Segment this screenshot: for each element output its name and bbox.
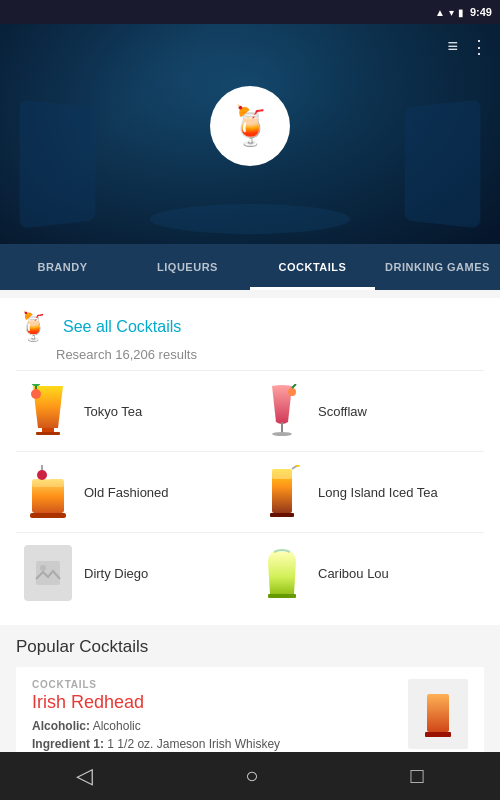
svg-rect-17 (272, 469, 292, 479)
tokyo-tea-name: Tokyo Tea (84, 404, 142, 419)
more-options-button[interactable]: ⋮ (466, 32, 492, 62)
category-cocktails[interactable]: COCKTAILS (250, 244, 375, 290)
svg-rect-24 (427, 694, 449, 732)
scofflaw-name: Scofflaw (318, 404, 367, 419)
caribou-lou-name: Caribou Lou (318, 566, 389, 581)
results-count: Research 16,206 results (56, 347, 484, 362)
popular-title: Popular Cocktails (16, 637, 484, 657)
cocktail-item-old-fashioned[interactable]: Old Fashioned (16, 451, 250, 532)
status-icons: ▲ ▾ ▮ (435, 7, 464, 18)
cocktail-item-caribou-lou[interactable]: Caribou Lou (250, 532, 484, 613)
card-text: COCKTAILS Irish Redhead Alcoholic: Alcoh… (32, 679, 396, 752)
svg-point-7 (272, 432, 292, 436)
cocktail-item-tokyo-tea[interactable]: Tokyo Tea (16, 370, 250, 451)
tokyo-tea-thumb (24, 383, 72, 439)
cocktail-hero-icon: 🍹 (227, 104, 274, 148)
signal-icon: ▲ (435, 7, 445, 18)
dirty-diego-name: Dirty Diego (84, 566, 148, 581)
card-alcoholic: Alcoholic: Alcoholic (32, 717, 396, 735)
old-fashioned-name: Old Fashioned (84, 485, 169, 500)
svg-line-9 (292, 384, 296, 388)
svg-rect-18 (270, 513, 294, 517)
svg-rect-25 (425, 732, 451, 737)
hero-section: ≡ ⋮ 🍹 (0, 24, 500, 244)
battery-icon: ▮ (458, 7, 464, 18)
cocktail-item-long-island[interactable]: Long Island Iced Tea (250, 451, 484, 532)
svg-point-22 (40, 565, 46, 571)
scofflaw-thumb (258, 383, 306, 439)
card-image (408, 679, 468, 749)
cocktail-item-scofflaw[interactable]: Scofflaw (250, 370, 484, 451)
home-button[interactable]: ○ (245, 763, 258, 789)
wifi-icon: ▾ (449, 7, 454, 18)
card-ingredient: Ingredient 1: 1 1/2 oz. Jameson Irish Wh… (32, 735, 396, 752)
old-fashioned-thumb (24, 464, 72, 520)
svg-rect-11 (32, 479, 64, 487)
category-liqueurs[interactable]: LIQUEURS (125, 244, 250, 290)
recents-button[interactable]: □ (411, 763, 424, 789)
hero-actions: ≡ ⋮ (443, 32, 492, 62)
bottom-nav: ◁ ○ □ (0, 752, 500, 800)
glass-icon-small: 🍹 (16, 310, 51, 343)
main-content: 🍹 See all Cocktails Research 16,206 resu… (0, 290, 500, 752)
bar-decor-table (150, 204, 350, 234)
svg-rect-21 (36, 561, 60, 585)
popular-section: Popular Cocktails COCKTAILS Irish Redhea… (0, 625, 500, 752)
card-name: Irish Redhead (32, 692, 396, 713)
long-island-name: Long Island Iced Tea (318, 485, 438, 500)
bar-decor-left (20, 100, 96, 229)
svg-rect-12 (30, 513, 66, 518)
cocktails-section: 🍹 See all Cocktails Research 16,206 resu… (0, 298, 500, 625)
dirty-diego-thumb (24, 545, 72, 601)
svg-point-5 (32, 384, 40, 386)
svg-point-8 (288, 388, 296, 396)
category-brandy[interactable]: BRANDY (0, 244, 125, 290)
long-island-thumb (258, 464, 306, 520)
card-category: COCKTAILS (32, 679, 396, 690)
svg-point-15 (45, 478, 51, 480)
see-all-row: 🍹 See all Cocktails (16, 310, 484, 343)
svg-point-3 (31, 389, 41, 399)
svg-rect-23 (268, 594, 296, 598)
back-button[interactable]: ◁ (76, 763, 93, 789)
status-bar: ▲ ▾ ▮ 9:49 (0, 0, 500, 24)
cocktail-grid: Tokyo Tea (16, 370, 484, 613)
cocktail-item-dirty-diego[interactable]: Dirty Diego (16, 532, 250, 613)
svg-rect-2 (36, 432, 60, 435)
caribou-lou-thumb (258, 545, 306, 601)
list-view-button[interactable]: ≡ (443, 32, 462, 62)
category-drinking-games[interactable]: DRINKING GAMES (375, 244, 500, 290)
status-time: 9:49 (470, 6, 492, 18)
hero-icon-circle: 🍹 (210, 86, 290, 166)
category-nav: BRANDY LIQUEURS COCKTAILS DRINKING GAMES (0, 244, 500, 290)
see-all-link[interactable]: See all Cocktails (63, 318, 181, 336)
cocktail-card-irish-redhead[interactable]: COCKTAILS Irish Redhead Alcoholic: Alcoh… (16, 667, 484, 752)
bar-decor-right (405, 100, 481, 229)
